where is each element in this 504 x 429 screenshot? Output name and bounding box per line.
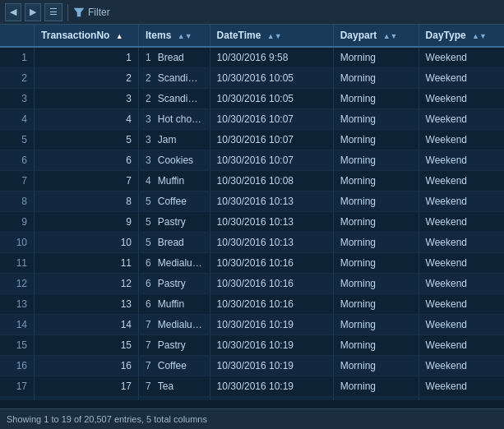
data-table-container[interactable]: TransactionNo ▲ Items ▲▼ DateTime ▲▼ Day… (0, 25, 504, 400)
cell-rownum: 3 (0, 89, 35, 109)
table-row: 16167Coffee10/30/2016 10:19MorningWeeken… (0, 356, 504, 376)
cell-datetime: 10/30/2016 9:58 (210, 47, 333, 68)
filter-text: Filter (88, 7, 110, 18)
cell-rownum: 8 (0, 191, 35, 212)
cell-daypart: Morning (333, 68, 418, 89)
cell-datetime: 10/30/2016 10:07 (210, 130, 333, 150)
cell-daytype: Weekend (418, 130, 504, 150)
cell-daytype: Weekend (418, 335, 504, 356)
toolbar: ◀ ▶ ☰ Filter (0, 0, 504, 25)
svg-marker-0 (74, 8, 84, 16)
cell-daytype: Weekend (418, 356, 504, 376)
cell-daytype: Weekend (418, 253, 504, 274)
col-header-rownum[interactable] (0, 25, 35, 47)
table-row: 11116Medialuna10/30/2016 10:16MorningWee… (0, 253, 504, 274)
col-header-transno[interactable]: TransactionNo ▲ (35, 25, 139, 47)
cell-items-combined: 8Pastry (139, 397, 210, 401)
table-row: 18188Pastry10/30/2016 10:20MorningWeeken… (0, 397, 504, 401)
cell-datetime: 10/30/2016 10:19 (210, 376, 333, 397)
cell-transno: 4 (35, 109, 139, 130)
cell-rownum: 4 (0, 109, 35, 130)
cell-datetime: 10/30/2016 10:19 (210, 356, 333, 376)
cell-items-combined: 7Medialuna (139, 315, 210, 335)
filter-icon (73, 7, 85, 18)
cell-rownum: 1 (0, 47, 35, 68)
cell-daypart: Morning (333, 274, 418, 294)
cell-transno: 9 (35, 212, 139, 233)
col-header-daytype[interactable]: DayType ▲▼ (418, 25, 504, 47)
cell-daytype: Weekend (418, 47, 504, 68)
col-header-items[interactable]: Items ▲▼ (139, 25, 210, 47)
col-header-datetime[interactable]: DateTime ▲▼ (210, 25, 333, 47)
cell-items-combined: 2Scandinavian (139, 89, 210, 109)
cell-items-combined: 6Pastry (139, 274, 210, 294)
table-row: 774Muffin10/30/2016 10:08MorningWeekend (0, 171, 504, 191)
cell-daypart: Morning (333, 191, 418, 212)
menu-button[interactable]: ☰ (44, 3, 62, 21)
cell-daypart: Morning (333, 171, 418, 191)
cell-transno: 11 (35, 253, 139, 274)
cell-items-combined: 5Bread (139, 233, 210, 253)
cell-items-combined: 1Bread (139, 47, 210, 68)
cell-datetime: 10/30/2016 10:20 (210, 397, 333, 401)
table-row: 332Scandinavian10/30/2016 10:05MorningWe… (0, 89, 504, 109)
cell-daytype: Weekend (418, 191, 504, 212)
cell-rownum: 6 (0, 150, 35, 171)
cell-datetime: 10/30/2016 10:16 (210, 294, 333, 315)
cell-transno: 5 (35, 130, 139, 150)
cell-items-combined: 7Tea (139, 376, 210, 397)
toolbar-separator (67, 4, 68, 21)
col-header-daypart[interactable]: Daypart ▲▼ (333, 25, 418, 47)
cell-items-combined: 3Hot chocolate (139, 109, 210, 130)
cell-items-combined: 7Pastry (139, 335, 210, 356)
cell-items-combined: 6Medialuna (139, 253, 210, 274)
cell-daypart: Morning (333, 253, 418, 274)
cell-daypart: Morning (333, 109, 418, 130)
cell-daytype: Weekend (418, 212, 504, 233)
table-row: 222Scandinavian10/30/2016 10:05MorningWe… (0, 68, 504, 89)
sort-arrow-daypart: ▲▼ (383, 32, 398, 40)
cell-datetime: 10/30/2016 10:07 (210, 109, 333, 130)
cell-datetime: 10/30/2016 10:16 (210, 253, 333, 274)
cell-rownum: 13 (0, 294, 35, 315)
cell-datetime: 10/30/2016 10:05 (210, 89, 333, 109)
cell-rownum: 11 (0, 253, 35, 274)
cell-items-combined: 5Pastry (139, 212, 210, 233)
cell-daypart: Morning (333, 233, 418, 253)
cell-daytype: Weekend (418, 68, 504, 89)
cell-daypart: Morning (333, 356, 418, 376)
cell-daytype: Weekend (418, 171, 504, 191)
cell-daypart: Morning (333, 315, 418, 335)
statusbar-text: Showing 1 to 19 of 20,507 entries, 5 tot… (7, 414, 207, 424)
data-table: TransactionNo ▲ Items ▲▼ DateTime ▲▼ Day… (0, 25, 504, 400)
cell-items-combined: 3Jam (139, 130, 210, 150)
sort-arrow-daytype: ▲▼ (472, 32, 487, 40)
cell-rownum: 7 (0, 171, 35, 191)
cell-transno: 10 (35, 233, 139, 253)
table-row: 885Coffee10/30/2016 10:13MorningWeekend (0, 191, 504, 212)
back-button[interactable]: ◀ (5, 3, 21, 21)
cell-rownum: 14 (0, 315, 35, 335)
cell-daytype: Weekend (418, 294, 504, 315)
cell-daytype: Weekend (418, 397, 504, 401)
cell-daytype: Weekend (418, 89, 504, 109)
table-row: 663Cookies10/30/2016 10:07MorningWeekend (0, 150, 504, 171)
cell-datetime: 10/30/2016 10:07 (210, 150, 333, 171)
cell-transno: 15 (35, 335, 139, 356)
cell-rownum: 5 (0, 130, 35, 150)
cell-transno: 14 (35, 315, 139, 335)
table-row: 14147Medialuna10/30/2016 10:19MorningWee… (0, 315, 504, 335)
cell-items-combined: 5Coffee (139, 191, 210, 212)
cell-rownum: 17 (0, 376, 35, 397)
table-row: 443Hot chocolate10/30/2016 10:07MorningW… (0, 109, 504, 130)
cell-datetime: 10/30/2016 10:05 (210, 68, 333, 89)
cell-datetime: 10/30/2016 10:13 (210, 212, 333, 233)
statusbar: Showing 1 to 19 of 20,507 entries, 5 tot… (0, 408, 504, 429)
cell-items-combined: 6Muffin (139, 294, 210, 315)
cell-transno: 1 (35, 47, 139, 68)
cell-rownum: 2 (0, 68, 35, 89)
forward-button[interactable]: ▶ (25, 3, 41, 21)
cell-daypart: Morning (333, 130, 418, 150)
table-row: 12126Pastry10/30/2016 10:16MorningWeeken… (0, 274, 504, 294)
cell-daytype: Weekend (418, 274, 504, 294)
